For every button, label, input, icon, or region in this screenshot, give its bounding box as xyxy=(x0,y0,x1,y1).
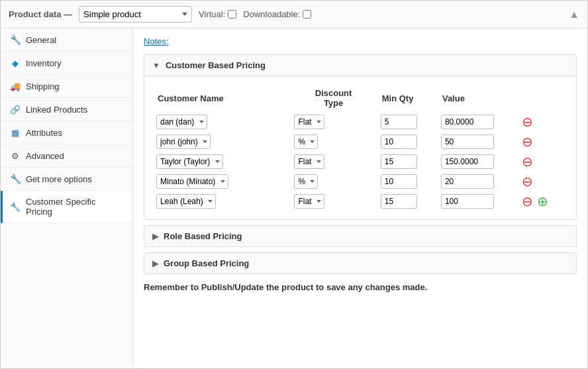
customer-pricing-body: Customer Name DiscountType Min Qty Value… xyxy=(144,76,576,219)
customer-cell: john (john) xyxy=(152,132,290,152)
notes-link[interactable]: Notes: xyxy=(144,36,169,46)
min-qty-input[interactable] xyxy=(381,134,417,149)
value-cell xyxy=(437,191,516,211)
sidebar-item-linked-products[interactable]: 🔗 Linked Products xyxy=(1,98,132,121)
min-qty-input[interactable] xyxy=(381,154,417,169)
sidebar-label-inventory: Inventory xyxy=(26,58,61,68)
discount-type-select[interactable]: % xyxy=(294,174,318,189)
action-cell: ⊖⊕ xyxy=(516,191,568,211)
min-qty-cell xyxy=(377,152,437,172)
discount-type-select[interactable]: Flat xyxy=(294,194,324,209)
wrench-icon: 🔧 xyxy=(10,34,21,45)
remove-row-button[interactable]: ⊖ xyxy=(520,115,534,129)
discount-type-select[interactable]: Flat xyxy=(294,115,324,129)
customer-select[interactable]: dan (dan) xyxy=(156,115,207,129)
min-qty-input[interactable] xyxy=(381,115,417,129)
collapse-arrow-icon[interactable]: ▲ xyxy=(569,9,579,21)
value-cell xyxy=(437,172,516,191)
col-value: Value xyxy=(437,84,516,112)
role-pricing-title: Role Based Pricing xyxy=(164,231,242,241)
pricing-table: Customer Name DiscountType Min Qty Value… xyxy=(152,84,568,211)
group-pricing-header[interactable]: ▶ Group Based Pricing xyxy=(144,253,576,274)
downloadable-checkbox[interactable] xyxy=(303,10,311,19)
remove-row-button[interactable]: ⊖ xyxy=(520,155,534,168)
sidebar-item-inventory[interactable]: ◆ Inventory xyxy=(1,52,132,75)
min-qty-input[interactable] xyxy=(381,194,417,209)
sidebar-label-general: General xyxy=(26,35,56,45)
customer-cell: Taylor (Taylor) xyxy=(152,152,290,172)
col-action xyxy=(516,84,568,112)
customer-select[interactable]: Leah (Leah) xyxy=(156,194,216,209)
truck-icon: 🚚 xyxy=(10,81,21,91)
remove-row-button[interactable]: ⊖ xyxy=(520,175,534,188)
remove-row-button[interactable]: ⊖ xyxy=(520,135,534,148)
value-input[interactable] xyxy=(441,174,494,189)
col-customer-name: Customer Name xyxy=(152,84,290,112)
value-cell xyxy=(437,112,516,132)
grid-icon: ▦ xyxy=(10,127,21,138)
min-qty-cell xyxy=(377,172,437,191)
product-panel: Product data — Simple product Variable p… xyxy=(0,0,588,369)
customer-select[interactable]: Taylor (Taylor) xyxy=(156,154,223,169)
table-row: Taylor (Taylor)Flat⊖ xyxy=(152,152,568,172)
value-input[interactable] xyxy=(441,194,494,209)
sidebar-item-get-more-options[interactable]: 🔧 Get more options xyxy=(1,168,132,191)
pricing-icon: 🔧 xyxy=(10,201,21,212)
sidebar-label-shipping: Shipping xyxy=(26,81,60,91)
action-cell: ⊖ xyxy=(516,172,568,191)
sidebar-item-attributes[interactable]: ▦ Attributes xyxy=(1,121,132,144)
role-pricing-toggle-icon: ▶ xyxy=(152,232,158,241)
virtual-label: Virtual: xyxy=(199,9,236,19)
col-discount-type: DiscountType xyxy=(290,84,376,112)
sidebar-label-customer-specific-pricing: Customer Specific Pricing xyxy=(26,197,123,217)
action-cell: ⊖ xyxy=(516,112,568,132)
table-row: john (john)%⊖ xyxy=(152,132,568,152)
sidebar-label-advanced: Advanced xyxy=(26,151,64,161)
product-type-select[interactable]: Simple product Variable product Grouped … xyxy=(79,6,192,23)
customer-pricing-title: Customer Based Pricing xyxy=(166,60,266,70)
sidebar-label-attributes: Attributes xyxy=(26,128,62,138)
col-min-qty: Min Qty xyxy=(377,84,437,112)
discount-cell: Flat xyxy=(290,152,376,172)
sidebar-label-linked-products: Linked Products xyxy=(26,105,87,115)
value-cell xyxy=(437,152,516,172)
table-row: Minato (Minato)%⊖ xyxy=(152,172,568,191)
content-area: Notes: ▼ Customer Based Pricing Customer… xyxy=(133,28,587,366)
min-qty-input[interactable] xyxy=(381,174,417,189)
value-input[interactable] xyxy=(441,154,494,169)
customer-cell: dan (dan) xyxy=(152,112,290,132)
action-cell: ⊖ xyxy=(516,152,568,172)
value-cell xyxy=(437,132,516,152)
table-row: Leah (Leah)Flat⊖⊕ xyxy=(152,191,568,211)
sidebar: 🔧 General ◆ Inventory 🚚 Shipping 🔗 Linke… xyxy=(1,28,133,366)
product-data-label: Product data — xyxy=(9,9,72,19)
role-pricing-header[interactable]: ▶ Role Based Pricing xyxy=(144,226,576,246)
sidebar-item-advanced[interactable]: ⚙ Advanced xyxy=(1,144,132,168)
action-cell: ⊖ xyxy=(516,132,568,152)
gear-icon: ⚙ xyxy=(10,150,21,161)
discount-cell: Flat xyxy=(290,191,376,211)
discount-cell: % xyxy=(290,172,376,191)
group-pricing-section: ▶ Group Based Pricing xyxy=(144,252,577,274)
customer-cell: Minato (Minato) xyxy=(152,172,290,191)
customer-select[interactable]: Minato (Minato) xyxy=(156,174,228,189)
customer-pricing-header[interactable]: ▼ Customer Based Pricing xyxy=(144,55,576,76)
table-row: dan (dan)Flat⊖ xyxy=(152,112,568,132)
discount-type-select[interactable]: % xyxy=(294,134,318,149)
virtual-checkbox[interactable] xyxy=(228,10,236,19)
sidebar-item-customer-specific-pricing[interactable]: 🔧 Customer Specific Pricing xyxy=(1,191,132,223)
discount-cell: % xyxy=(290,132,376,152)
role-pricing-section: ▶ Role Based Pricing xyxy=(144,225,577,247)
discount-type-select[interactable]: Flat xyxy=(294,154,324,169)
main-layout: 🔧 General ◆ Inventory 🚚 Shipping 🔗 Linke… xyxy=(1,28,587,366)
add-row-button[interactable]: ⊕ xyxy=(536,195,550,208)
sidebar-item-general[interactable]: 🔧 General xyxy=(1,28,132,52)
sidebar-item-shipping[interactable]: 🚚 Shipping xyxy=(1,75,132,98)
min-qty-cell xyxy=(377,191,437,211)
value-input[interactable] xyxy=(441,115,494,129)
value-input[interactable] xyxy=(441,134,494,149)
min-qty-cell xyxy=(377,132,437,152)
remove-row-button[interactable]: ⊖ xyxy=(520,195,534,208)
customer-select[interactable]: john (john) xyxy=(156,134,211,149)
group-pricing-title: Group Based Pricing xyxy=(164,258,249,268)
